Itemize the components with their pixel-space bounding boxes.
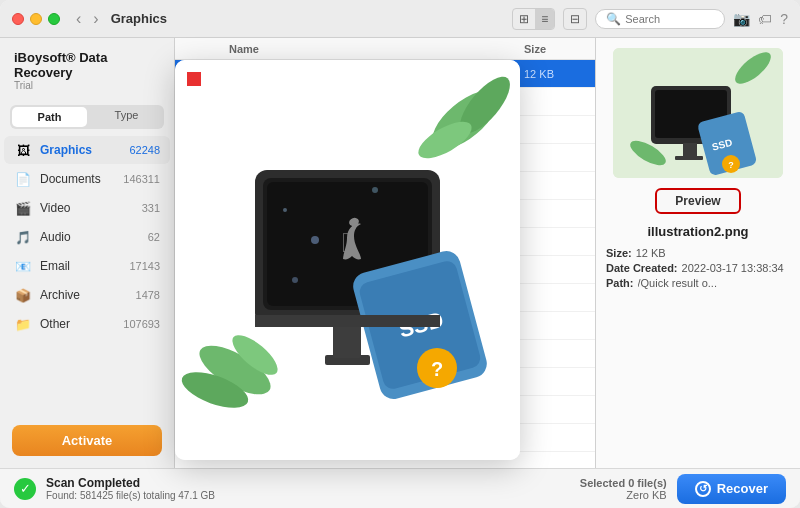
sidebar-item-label: Archive (40, 288, 136, 302)
sidebar-item-label: Audio (40, 230, 148, 244)
documents-icon: 📄 (14, 170, 32, 188)
sidebar-items: 🖼 Graphics 62248 📄 Documents 146311 🎬 Vi… (0, 135, 174, 415)
archive-icon: 📦 (14, 286, 32, 304)
recover-label: Recover (717, 481, 768, 496)
graphics-icon: 🖼 (14, 141, 32, 159)
large-preview-overlay:  SSD ? (175, 60, 520, 460)
scan-info: Scan Completed Found: 581425 file(s) tot… (46, 476, 570, 501)
sidebar-item-label: Email (40, 259, 129, 273)
sidebar-item-label: Video (40, 201, 142, 215)
meta-date-row: Date Created: 2022-03-17 13:38:34 (606, 262, 790, 274)
nav-buttons: ‹ › (72, 10, 103, 28)
close-button[interactable] (12, 13, 24, 25)
minimize-button[interactable] (30, 13, 42, 25)
tab-path[interactable]: Path (12, 107, 87, 127)
sidebar-item-count: 107693 (123, 318, 160, 330)
filter-button[interactable]: ⊟ (563, 8, 587, 30)
camera-icon: 📷 (733, 11, 750, 27)
preview-meta: Size: 12 KB Date Created: 2022-03-17 13:… (606, 247, 790, 292)
svg-rect-58 (675, 156, 703, 160)
sidebar-item-documents[interactable]: 📄 Documents 146311 (4, 165, 170, 193)
header-size: Size (524, 43, 604, 55)
meta-path-row: Path: /Quick result o... (606, 277, 790, 289)
activate-button[interactable]: Activate (12, 425, 162, 456)
svg-text:?: ? (431, 358, 443, 380)
svg-point-48 (311, 236, 319, 244)
preview-thumbnail: SSD ? (613, 48, 783, 178)
selected-size: Zero KB (580, 489, 667, 501)
sidebar-item-count: 62248 (129, 144, 160, 156)
app-subtitle: Trial (14, 80, 160, 91)
sidebar-item-count: 146311 (123, 173, 160, 185)
audio-icon: 🎵 (14, 228, 32, 246)
preview-close-dot[interactable] (187, 72, 201, 86)
sidebar-item-label: Documents (40, 172, 123, 186)
preview-filename: illustration2.png (647, 224, 748, 239)
sidebar-item-label: Other (40, 317, 123, 331)
size-label: Size: (606, 247, 632, 259)
sidebar-item-count: 331 (142, 202, 160, 214)
back-button[interactable]: ‹ (72, 10, 85, 28)
sidebar-item-count: 1478 (136, 289, 160, 301)
sidebar: iBoysoft® Data Recovery Trial Path Type … (0, 38, 175, 468)
forward-button[interactable]: › (89, 10, 102, 28)
toolbar-right: ⊞ ≡ ⊟ 🔍 📷 🏷 ? (512, 8, 788, 30)
scan-complete-icon: ✓ (14, 478, 36, 500)
search-box: 🔍 (595, 9, 725, 29)
preview-button[interactable]: Preview (655, 188, 740, 214)
sidebar-item-label: Graphics (40, 143, 129, 157)
traffic-lights (12, 13, 60, 25)
meta-size-row: Size: 12 KB (606, 247, 790, 259)
sidebar-tabs: Path Type (10, 105, 164, 129)
date-value: 2022-03-17 13:38:34 (682, 262, 784, 274)
size-value: 12 KB (636, 247, 666, 259)
app-title: iBoysoft® Data Recovery (14, 50, 160, 80)
sidebar-item-audio[interactable]: 🎵 Audio 62 (4, 223, 170, 251)
path-value: /Quick result o... (638, 277, 717, 289)
bottom-bar: ✓ Scan Completed Found: 581425 file(s) t… (0, 468, 800, 508)
preview-illustration:  SSD ? (175, 60, 520, 460)
sidebar-item-email[interactable]: 📧 Email 17143 (4, 252, 170, 280)
titlebar: ‹ › Graphics ⊞ ≡ ⊟ 🔍 📷 🏷 ? (0, 0, 800, 38)
view-toggle: ⊞ ≡ (512, 8, 555, 30)
sidebar-item-archive[interactable]: 📦 Archive 1478 (4, 281, 170, 309)
scan-detail: Found: 581425 file(s) totaling 47.1 GB (46, 490, 570, 501)
file-size: 12 KB (524, 68, 604, 80)
selected-count: Selected 0 file(s) (580, 477, 667, 489)
svg-point-51 (283, 208, 287, 212)
sidebar-item-other[interactable]: 📁 Other 107693 (4, 310, 170, 338)
svg-rect-47 (255, 315, 440, 327)
date-label: Date Created: (606, 262, 678, 274)
window-title: Graphics (111, 11, 167, 26)
help-icon: ? (780, 11, 788, 27)
recover-icon: ↺ (695, 481, 711, 497)
preview-panel: SSD ? Preview illustration2.png Size: 12… (595, 38, 800, 468)
sidebar-item-graphics[interactable]: 🖼 Graphics 62248 (4, 136, 170, 164)
sidebar-item-count: 62 (148, 231, 160, 243)
maximize-button[interactable] (48, 13, 60, 25)
search-input[interactable] (625, 13, 715, 25)
svg-text:?: ? (728, 160, 734, 170)
recover-button[interactable]: ↺ Recover (677, 474, 786, 504)
sidebar-item-count: 17143 (129, 260, 160, 272)
svg-point-50 (372, 187, 378, 193)
scan-title: Scan Completed (46, 476, 570, 490)
selected-info: Selected 0 file(s) Zero KB (580, 477, 667, 501)
sidebar-item-video[interactable]: 🎬 Video 331 (4, 194, 170, 222)
search-icon: 🔍 (606, 12, 621, 26)
svg-point-49 (292, 277, 298, 283)
grid-view-button[interactable]: ⊞ (513, 9, 535, 29)
sidebar-header: iBoysoft® Data Recovery Trial (0, 38, 174, 99)
tab-type[interactable]: Type (89, 105, 164, 129)
other-icon: 📁 (14, 315, 32, 333)
path-label: Path: (606, 277, 634, 289)
svg-rect-57 (683, 143, 697, 157)
tag-icon: 🏷 (758, 11, 772, 27)
email-icon: 📧 (14, 257, 32, 275)
header-name: Name (229, 43, 524, 55)
video-icon: 🎬 (14, 199, 32, 217)
list-view-button[interactable]: ≡ (535, 9, 554, 29)
